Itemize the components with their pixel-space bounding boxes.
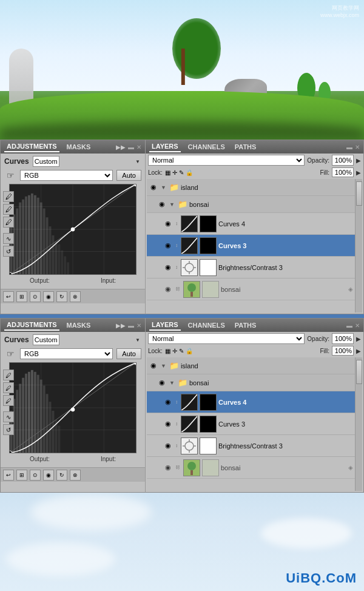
- curve-pencil-1[interactable]: ∿: [3, 233, 14, 244]
- eye-curves4-2[interactable]: ◉: [164, 398, 172, 407]
- scroll-bar-1[interactable]: [355, 179, 362, 312]
- tab-channels-1[interactable]: CHANNELS: [186, 142, 228, 152]
- auto-button-1[interactable]: Auto: [116, 170, 141, 181]
- opacity-arrow-2[interactable]: ▶: [356, 336, 361, 342]
- curves-graph-1[interactable]: [9, 184, 136, 275]
- layer-item-curves4-1[interactable]: ◉ ↕ Curves 4: [147, 213, 362, 235]
- eye-island-2[interactable]: ◉: [149, 362, 158, 370]
- adj-panel-header-2: ADJUSTMENTS MASKS ▶▶ ▬ ✕: [1, 319, 145, 332]
- tab-masks-1[interactable]: MASKS: [64, 142, 93, 152]
- toolbar-delete-1[interactable]: ⊗: [70, 291, 81, 302]
- thumb-bonsai-img-2: [183, 459, 200, 476]
- fill-input-2[interactable]: [332, 346, 354, 356]
- tab-layers-1[interactable]: LAYERS: [149, 141, 181, 152]
- layers-panel-more-2[interactable]: ▬ ✕: [346, 322, 360, 329]
- curves-graph-2[interactable]: [9, 362, 136, 453]
- scroll-thumb-1[interactable]: [356, 181, 362, 206]
- tab-adjustments-1[interactable]: ADJUSTMENTS: [4, 141, 59, 152]
- curves-preset-select-1[interactable]: Custom: [33, 156, 59, 167]
- tab-channels-2[interactable]: CHANNELS: [186, 320, 228, 330]
- layer-item-bonsai-group-2[interactable]: ◉ ▼ 📁 bonsai: [147, 374, 362, 391]
- rgb-channel-select-2[interactable]: RGB: [20, 348, 113, 359]
- curve-smooth-1[interactable]: ↺: [3, 246, 14, 257]
- hand-tool-1[interactable]: ☞: [4, 169, 16, 181]
- lock-move-2[interactable]: ✛: [172, 348, 177, 354]
- eye-curves4-1[interactable]: ◉: [164, 220, 172, 228]
- eyedropper-mid-1[interactable]: 🖊: [3, 217, 14, 228]
- opacity-arrow-1[interactable]: ▶: [356, 157, 361, 164]
- eye-bonsai-group-2[interactable]: ◉: [158, 379, 166, 387]
- fill-arrow-1[interactable]: ▶: [356, 169, 361, 176]
- eye-curves3-2[interactable]: ◉: [164, 420, 172, 428]
- toolbar-new-1[interactable]: ⊞: [16, 291, 27, 302]
- curves-preset-select-2[interactable]: Custom: [33, 334, 59, 345]
- lock-brush-1[interactable]: ✎: [179, 169, 184, 176]
- curves-title-1: Curves: [4, 157, 29, 166]
- fill-input-1[interactable]: [332, 167, 354, 177]
- arrow-island-1[interactable]: ▼: [161, 184, 166, 191]
- eyedropper-black-1[interactable]: 🖊: [3, 191, 14, 202]
- layer-item-curves3-1[interactable]: ◉ ↕ Curves 3: [147, 235, 362, 257]
- eyedropper-mid-2[interactable]: 🖊: [3, 395, 14, 406]
- layer-item-brightness-1[interactable]: ◉ ↕ B: [147, 257, 362, 279]
- hand-tool-2[interactable]: ☞: [4, 348, 16, 360]
- layer-item-bonsai-img-2[interactable]: ◉ ⛓ bonsai ◈ ▽: [147, 457, 362, 479]
- layer-item-bonsai-group-1[interactable]: ◉ ▼ 📁 bonsai: [147, 196, 362, 213]
- layer-item-brightness-2[interactable]: ◉ ↕ B: [147, 435, 362, 457]
- toolbar-refresh-2[interactable]: ↻: [56, 470, 67, 481]
- eyedropper-white-2[interactable]: 🖊: [3, 382, 14, 393]
- opacity-input-1[interactable]: [332, 155, 354, 166]
- blend-mode-select-2[interactable]: Normal: [148, 333, 305, 344]
- eye-bonsai-img-2[interactable]: ◉: [164, 464, 172, 472]
- toolbar-delete-2[interactable]: ⊗: [70, 470, 81, 481]
- scroll-thumb-2[interactable]: [356, 360, 362, 384]
- layer-name-curves3-2: Curves 3: [218, 420, 245, 428]
- panel-more-2[interactable]: ▶▶ ▬ ✕: [116, 322, 141, 329]
- fill-arrow-2[interactable]: ▶: [356, 348, 361, 354]
- lock-brush-2[interactable]: ✎: [179, 348, 184, 354]
- panel-more-1[interactable]: ▶▶ ▬ ✕: [116, 144, 141, 150]
- layer-item-curves4-2[interactable]: ◉ ↕ Curves 4: [147, 391, 362, 413]
- eye-brightness-1[interactable]: ◉: [164, 263, 172, 272]
- tab-adjustments-2[interactable]: ADJUSTMENTS: [4, 320, 59, 331]
- toolbar-eye-1[interactable]: ◉: [43, 291, 54, 302]
- toolbar-eye-2[interactable]: ◉: [43, 470, 54, 481]
- lock-checkerboard-1[interactable]: ▦: [165, 169, 170, 176]
- layer-item-curves3-2[interactable]: ◉ ↕ Curves 3: [147, 413, 362, 435]
- eyedropper-white-1[interactable]: 🖊: [3, 204, 14, 215]
- curve-pencil-2[interactable]: ∿: [3, 411, 14, 422]
- tab-masks-2[interactable]: MASKS: [64, 320, 93, 330]
- rgb-channel-select-1[interactable]: RGB: [20, 170, 113, 181]
- layers-panel-more-1[interactable]: ▬ ✕: [346, 144, 360, 150]
- toolbar-new-2[interactable]: ⊞: [16, 470, 27, 481]
- eye-brightness-2[interactable]: ◉: [164, 442, 172, 450]
- toolbar-back-1[interactable]: ↩: [3, 291, 14, 302]
- toolbar-circle-1[interactable]: ⊙: [30, 291, 41, 302]
- auto-button-2[interactable]: Auto: [116, 348, 141, 359]
- toolbar-back-2[interactable]: ↩: [3, 470, 14, 481]
- toolbar-circle-2[interactable]: ⊙: [30, 470, 41, 481]
- eye-island-1[interactable]: ◉: [149, 183, 158, 192]
- layer-item-island-2[interactable]: ◉ ▼ 📁 island: [147, 357, 362, 374]
- lock-all-1[interactable]: 🔒: [186, 169, 193, 176]
- arrow-bonsai-group-2[interactable]: ▼: [169, 380, 175, 386]
- curve-smooth-2[interactable]: ↺: [3, 424, 14, 435]
- eye-curves3-1[interactable]: ◉: [164, 241, 172, 250]
- tab-paths-1[interactable]: PATHS: [232, 142, 259, 152]
- arrow-island-2[interactable]: ▼: [161, 363, 166, 369]
- scroll-bar-2[interactable]: [355, 357, 362, 491]
- tab-layers-2[interactable]: LAYERS: [149, 320, 181, 331]
- lock-move-1[interactable]: ✛: [172, 169, 177, 176]
- eye-bonsai-img-1[interactable]: ◉: [164, 285, 172, 294]
- tab-paths-2[interactable]: PATHS: [232, 320, 259, 330]
- layer-item-bonsai-img-1[interactable]: ◉ ⛓ bonsai ◈ ▽: [147, 279, 362, 300]
- lock-checkerboard-2[interactable]: ▦: [165, 348, 170, 354]
- lock-all-2[interactable]: 🔒: [186, 348, 193, 354]
- eye-bonsai-group-1[interactable]: ◉: [158, 200, 166, 209]
- toolbar-refresh-1[interactable]: ↻: [56, 291, 67, 302]
- eyedropper-black-2[interactable]: 🖊: [3, 370, 14, 380]
- layer-item-island-1[interactable]: ◉ ▼ 📁 island: [147, 179, 362, 196]
- opacity-input-2[interactable]: [332, 333, 354, 344]
- arrow-bonsai-group-1[interactable]: ▼: [169, 201, 175, 208]
- blend-mode-select-1[interactable]: Normal: [148, 155, 305, 166]
